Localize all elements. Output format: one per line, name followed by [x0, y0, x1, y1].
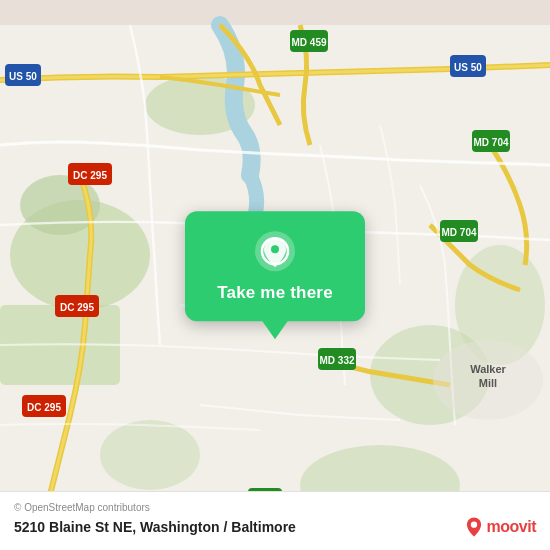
svg-text:US 50: US 50	[9, 71, 37, 82]
svg-text:MD 704: MD 704	[441, 227, 476, 238]
address-text: 5210 Blaine St NE, Washington / Baltimor…	[14, 519, 296, 535]
svg-text:DC 295: DC 295	[27, 402, 61, 413]
location-pin-icon	[253, 229, 297, 273]
map-container: US 50 US 50 MD 459 DC 295 DC 295 DC 295 …	[0, 0, 550, 550]
copyright-text: © OpenStreetMap contributors	[14, 502, 536, 513]
svg-text:MD 459: MD 459	[291, 37, 326, 48]
svg-text:MD 704: MD 704	[473, 137, 508, 148]
svg-point-8	[100, 420, 200, 490]
svg-text:Mill: Mill	[479, 377, 497, 389]
svg-text:DC 295: DC 295	[73, 170, 107, 181]
svg-text:US 50: US 50	[454, 62, 482, 73]
bottom-bar: © OpenStreetMap contributors 5210 Blaine…	[0, 491, 550, 550]
moovit-brand-text: moovit	[487, 518, 536, 536]
svg-point-34	[271, 245, 279, 253]
svg-text:MD 332: MD 332	[319, 355, 354, 366]
svg-text:DC 295: DC 295	[60, 302, 94, 313]
svg-text:Walker: Walker	[470, 363, 506, 375]
moovit-logo-icon	[463, 516, 485, 538]
take-me-there-button[interactable]: Take me there	[217, 283, 333, 303]
moovit-logo: moovit	[463, 516, 536, 538]
svg-point-35	[470, 522, 476, 528]
take-me-there-card[interactable]: Take me there	[185, 211, 365, 321]
